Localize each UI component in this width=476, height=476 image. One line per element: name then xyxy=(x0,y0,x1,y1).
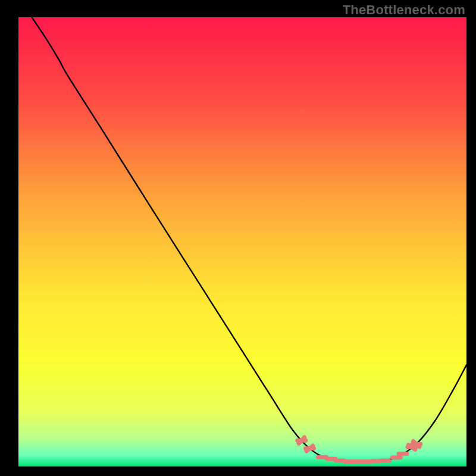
plot-svg xyxy=(18,17,466,466)
bottleneck-chart xyxy=(18,17,466,466)
gradient-background xyxy=(18,17,466,466)
watermark-text: TheBottleneck.com xyxy=(343,2,465,18)
